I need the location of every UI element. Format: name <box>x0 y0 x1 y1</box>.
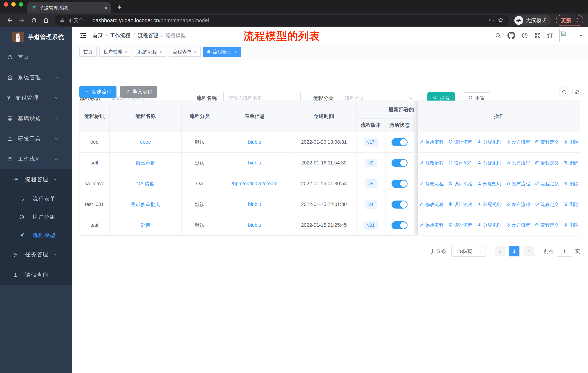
url-bar[interactable]: 不安全 dashboard.yudao.iocoder.cn/bpm/manag… <box>55 15 509 26</box>
cell-name-link[interactable]: OA 请假 <box>136 181 154 187</box>
sidebar-item-5[interactable]: 工作流程 <box>0 149 72 169</box>
sidebar-item-2[interactable]: ¥支付管理 <box>0 88 72 108</box>
tag-close-icon[interactable]: × <box>194 49 197 54</box>
font-size-icon[interactable]: tT <box>547 32 553 39</box>
star-bookmark-icon[interactable] <box>498 17 504 24</box>
github-icon[interactable] <box>507 32 515 39</box>
action-流程定义[interactable]: 流程定义 <box>535 202 559 207</box>
action-删除[interactable]: 删除 <box>564 160 578 166</box>
action-分配规则[interactable]: 分配规则 <box>477 160 501 166</box>
close-window-button[interactable] <box>4 2 8 7</box>
sidebar-item-6[interactable]: 流程管理 <box>0 169 72 190</box>
action-修改流程[interactable]: 修改流程 <box>420 160 444 166</box>
back-button[interactable] <box>5 15 15 26</box>
active-status-toggle[interactable] <box>391 180 408 188</box>
chevron-down-icon[interactable] <box>578 33 583 38</box>
tag-首页[interactable]: 首页 <box>79 47 97 57</box>
prev-page-button[interactable] <box>495 246 505 256</box>
menu-dots-icon[interactable] <box>575 17 580 23</box>
cell-form-link[interactable]: /bpm/oa/leave/create <box>232 181 278 186</box>
sidebar-item-0[interactable]: 首页 <box>0 47 72 67</box>
active-status-toggle[interactable] <box>391 138 408 146</box>
browser-tab[interactable]: 芋道管理系统 × <box>27 2 111 13</box>
tag-close-icon[interactable]: × <box>234 49 237 54</box>
action-流程定义[interactable]: 流程定义 <box>535 181 559 187</box>
action-流程定义[interactable]: 流程定义 <box>535 139 559 145</box>
action-分配规则[interactable]: 分配规则 <box>477 222 501 228</box>
import-process-button[interactable]: 导入流程 <box>120 86 157 98</box>
action-修改流程[interactable]: 修改流程 <box>420 139 444 145</box>
search-icon[interactable] <box>495 32 501 39</box>
sidebar-item-9[interactable]: 流程模型 <box>0 226 72 244</box>
action-设计流程[interactable]: 设计流程 <box>448 181 472 187</box>
tag-流程表单[interactable]: 流程表单× <box>168 47 201 57</box>
avatar[interactable] <box>559 29 572 42</box>
table-scrollbar-track[interactable] <box>414 101 418 236</box>
sidebar-item-1[interactable]: 系统管理 <box>0 67 72 88</box>
fullscreen-icon[interactable] <box>535 32 541 39</box>
cell-form-link[interactable]: biubiu <box>248 222 261 228</box>
tag-close-icon[interactable]: × <box>159 49 162 54</box>
sidebar-item-3[interactable]: 基础设施 <box>0 108 72 129</box>
browser-update-button[interactable]: 更新 <box>556 15 583 26</box>
active-status-toggle[interactable] <box>391 221 408 229</box>
home-button[interactable] <box>41 15 51 26</box>
action-发布流程[interactable]: 发布流程 <box>506 222 530 228</box>
window-controls[interactable] <box>4 2 23 7</box>
cell-form-link[interactable]: biubiu <box>248 139 261 145</box>
action-修改流程[interactable]: 修改流程 <box>420 222 444 228</box>
action-设计流程[interactable]: 设计流程 <box>448 222 472 228</box>
action-发布流程[interactable]: 发布流程 <box>506 181 530 187</box>
action-修改流程[interactable]: 修改流程 <box>420 181 444 187</box>
refresh-table-button[interactable] <box>572 87 582 97</box>
reload-button[interactable] <box>29 15 39 26</box>
tab-close-icon[interactable]: × <box>104 5 107 10</box>
action-设计流程[interactable]: 设计流程 <box>448 139 472 145</box>
sidebar-item-11[interactable]: 请假查询 <box>0 265 72 285</box>
cell-name-link[interactable]: 滔博 <box>141 222 150 229</box>
cell-form-link[interactable]: biubiu <box>248 160 261 166</box>
help-icon[interactable] <box>521 32 528 39</box>
action-删除[interactable]: 删除 <box>564 139 578 145</box>
action-修改流程[interactable]: 修改流程 <box>420 202 444 207</box>
page-size-select[interactable]: 10条/页 <box>451 246 486 257</box>
action-分配规则[interactable]: 分配规则 <box>477 139 501 145</box>
maximize-window-button[interactable] <box>19 2 23 7</box>
sidebar-item-10[interactable]: 任务管理 <box>0 244 72 265</box>
action-设计流程[interactable]: 设计流程 <box>448 202 472 207</box>
breadcrumb-item[interactable]: 首页 <box>93 32 103 39</box>
new-tab-button[interactable]: + <box>115 2 124 12</box>
active-status-toggle[interactable] <box>391 159 408 167</box>
action-删除[interactable]: 删除 <box>564 222 578 228</box>
action-设计流程[interactable]: 设计流程 <box>448 160 472 166</box>
cell-name-link[interactable]: 测试多审批人 <box>131 201 160 208</box>
action-发布流程[interactable]: 发布流程 <box>506 160 530 166</box>
sidebar-collapse-icon[interactable] <box>78 30 89 41</box>
sidebar-item-7[interactable]: 流程表单 <box>0 190 72 208</box>
next-page-button[interactable] <box>523 246 534 256</box>
breadcrumb-item[interactable]: 流程管理 <box>138 32 158 39</box>
show-search-button[interactable] <box>559 87 569 97</box>
minimize-window-button[interactable] <box>11 2 16 7</box>
create-process-button[interactable]: 新建流程 <box>79 86 116 98</box>
cell-form-link[interactable]: biubiu <box>248 202 261 207</box>
cell-name-link[interactable]: 自己审批 <box>136 160 155 166</box>
tag-我的流程[interactable]: 我的流程× <box>134 47 166 57</box>
action-流程定义[interactable]: 流程定义 <box>535 222 559 228</box>
action-分配规则[interactable]: 分配规则 <box>477 202 501 207</box>
action-发布流程[interactable]: 发布流程 <box>506 202 530 207</box>
tag-流程模型[interactable]: 流程模型× <box>203 47 241 57</box>
key-icon[interactable] <box>488 17 495 24</box>
active-status-toggle[interactable] <box>391 201 408 209</box>
current-page-button[interactable]: 1 <box>509 246 519 256</box>
action-删除[interactable]: 删除 <box>564 181 578 187</box>
cell-name-link[interactable]: eeee <box>140 139 151 145</box>
action-分配规则[interactable]: 分配规则 <box>477 181 501 187</box>
action-删除[interactable]: 删除 <box>564 202 578 207</box>
tag-租户管理[interactable]: 租户管理× <box>99 47 131 57</box>
action-发布流程[interactable]: 发布流程 <box>506 139 530 145</box>
sidebar-item-8[interactable]: 用户分组 <box>0 208 72 226</box>
sidebar-item-4[interactable]: 研发工具 <box>0 129 72 149</box>
tag-close-icon[interactable]: × <box>125 49 127 54</box>
forward-button[interactable] <box>17 15 27 26</box>
